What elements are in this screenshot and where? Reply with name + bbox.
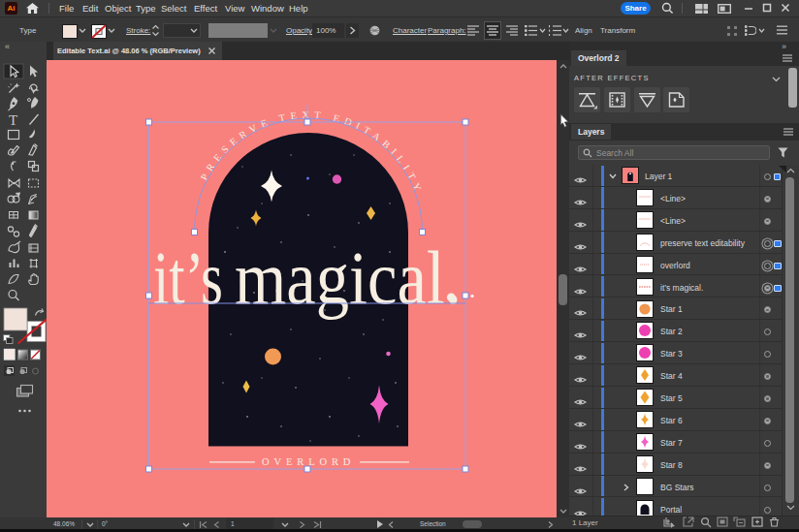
svg-text:«: «: [5, 42, 10, 51]
svg-text:T: T: [9, 112, 17, 128]
svg-text:OVERLORD: OVERLORD: [262, 456, 355, 467]
svg-text:magical.: magical.: [235, 236, 462, 319]
svg-text:it’s: it’s: [153, 236, 223, 319]
